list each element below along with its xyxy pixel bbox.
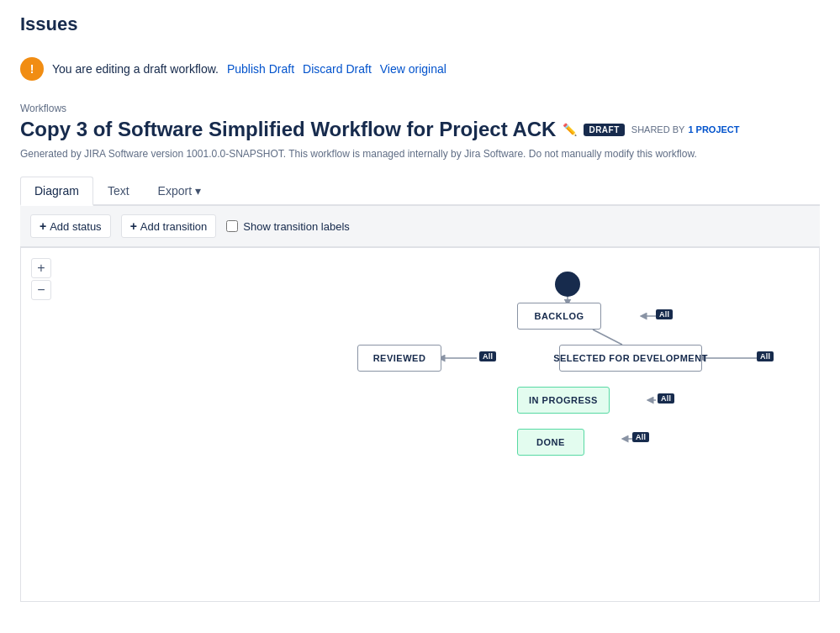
tab-diagram[interactable]: Diagram xyxy=(20,177,93,206)
plus-icon: + xyxy=(40,219,46,233)
start-node[interactable] xyxy=(555,272,580,297)
tab-export[interactable]: Export ▾ xyxy=(144,177,215,204)
workflow-title-row: Copy 3 of Software Simplified Workflow f… xyxy=(20,118,820,141)
view-original-link[interactable]: View original xyxy=(380,62,446,76)
zoom-out-button[interactable]: − xyxy=(31,280,51,300)
zoom-controls: + − xyxy=(31,258,51,300)
all-badge-backlog[interactable]: All xyxy=(656,309,673,319)
discard-draft-link[interactable]: Discard Draft xyxy=(303,62,372,76)
node-reviewed[interactable]: REVIEWED xyxy=(357,345,441,372)
show-transition-labels-toggle[interactable]: Show transition labels xyxy=(226,220,349,233)
add-status-button[interactable]: + Add status xyxy=(30,214,111,238)
diagram-canvas: BACKLOG All SELECTED FOR DEVELOPMENT All… xyxy=(21,248,819,601)
draft-message: You are editing a draft workflow. xyxy=(52,62,219,76)
diagram-arrows xyxy=(21,248,819,601)
svg-line-1 xyxy=(593,330,622,345)
shared-by-label: SHARED BY 1 PROJECT xyxy=(631,124,740,135)
shared-by-link[interactable]: 1 PROJECT xyxy=(688,124,739,135)
draft-banner: ! You are editing a draft workflow. Publ… xyxy=(20,49,820,89)
node-in-progress[interactable]: IN PROGRESS xyxy=(517,387,610,414)
diagram-area: + − xyxy=(20,247,820,602)
add-transition-button[interactable]: + Add transition xyxy=(121,214,217,238)
show-transition-labels-checkbox[interactable] xyxy=(226,220,238,232)
toolbar: + Add status + Add transition Show trans… xyxy=(20,206,820,247)
node-done[interactable]: DONE xyxy=(517,429,584,456)
tabs-row: Diagram Text Export ▾ xyxy=(20,177,820,206)
all-badge-reviewed[interactable]: All xyxy=(479,351,496,361)
chevron-down-icon: ▾ xyxy=(195,184,201,198)
plus-icon-2: + xyxy=(130,219,137,233)
workflow-description: Generated by JIRA Software version 1001.… xyxy=(20,146,820,161)
all-badge-done[interactable]: All xyxy=(632,432,649,442)
draft-badge: DRAFT xyxy=(584,124,624,136)
edit-icon[interactable]: ✏️ xyxy=(563,123,577,136)
draft-icon: ! xyxy=(20,57,44,81)
publish-draft-link[interactable]: Publish Draft xyxy=(227,62,294,76)
zoom-in-button[interactable]: + xyxy=(31,258,51,278)
workflow-title: Copy 3 of Software Simplified Workflow f… xyxy=(20,118,556,141)
node-backlog[interactable]: BACKLOG xyxy=(517,303,601,330)
tab-text[interactable]: Text xyxy=(93,177,144,204)
node-selected-for-development[interactable]: SELECTED FOR DEVELOPMENT xyxy=(559,345,702,372)
page-title: Issues xyxy=(20,13,820,35)
all-badge-inprogress[interactable]: All xyxy=(658,393,674,404)
all-badge-selected[interactable]: All xyxy=(757,351,774,361)
breadcrumb: Workflows xyxy=(20,103,820,114)
draft-icon-label: ! xyxy=(30,62,34,76)
